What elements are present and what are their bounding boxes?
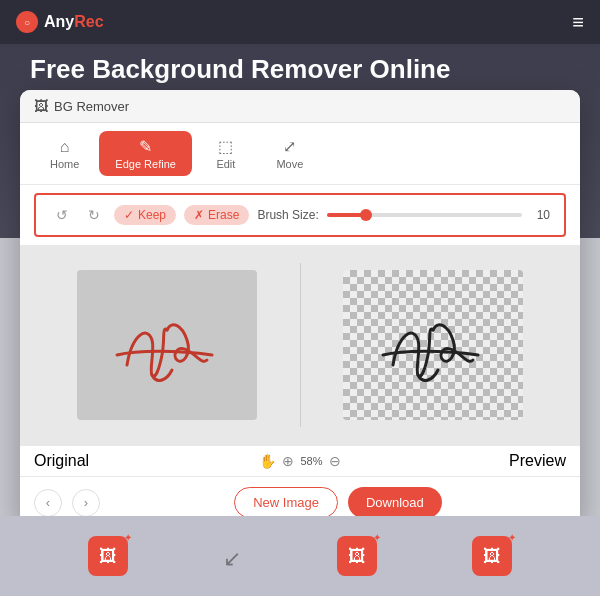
hand-tool-icon[interactable]: ✋ — [259, 453, 276, 469]
tab-edit-label: Edit — [216, 158, 235, 170]
modal-header-title: BG Remover — [54, 99, 129, 114]
download-button[interactable]: Download — [348, 487, 442, 518]
preview-image — [343, 270, 523, 420]
original-signature-svg — [97, 295, 237, 395]
prev-button[interactable]: ‹ — [34, 489, 62, 517]
hamburger-menu-icon[interactable]: ≡ — [572, 12, 584, 32]
logo-text: AnyRec — [44, 13, 104, 31]
action-buttons: New Image Download — [110, 487, 566, 518]
sparkle-icon-3: ✦ — [373, 532, 381, 543]
toolbar-tabs: ⌂ Home ✎ Edge Refine ⬚ Edit ⤢ Move — [20, 123, 580, 185]
brush-toolbar: ↺ ↻ ✓ Keep ✗ Erase Brush Size: 10 — [34, 193, 566, 237]
tab-move-label: Move — [276, 158, 303, 170]
sparkle-icon-4: ✦ — [508, 532, 516, 543]
tab-edge-refine[interactable]: ✎ Edge Refine — [99, 131, 192, 176]
keep-brush-icon: ✓ — [124, 208, 134, 222]
feature-icon-3: 🖼 ✦ — [337, 536, 377, 576]
next-button[interactable]: › — [72, 489, 100, 517]
feature-shape-1: 🖼 ✦ — [88, 536, 128, 576]
preview-signature-svg — [363, 295, 503, 395]
feature-icon-4: 🖼 ✦ — [472, 536, 512, 576]
sparkle-icon-1: ✦ — [124, 532, 132, 543]
home-icon: ⌂ — [60, 138, 70, 156]
top-navigation: ○ AnyRec ≡ — [0, 0, 600, 44]
arrow-down-icon: ↙ — [223, 546, 241, 571]
keep-brush-button[interactable]: ✓ Keep — [114, 205, 176, 225]
feature-icon-glyph-3: 🖼 — [348, 546, 366, 567]
feature-shape-4: 🖼 ✦ — [472, 536, 512, 576]
keep-brush-label: Keep — [138, 208, 166, 222]
tab-home[interactable]: ⌂ Home — [34, 132, 95, 176]
zoom-in-button[interactable]: ⊕ — [282, 453, 294, 469]
logo-area: ○ AnyRec — [16, 11, 104, 33]
logo-accent: Rec — [74, 13, 103, 30]
canvas-area — [20, 245, 580, 445]
redo-button[interactable]: ↻ — [82, 203, 106, 227]
zoom-value: 58% — [300, 455, 322, 467]
status-bar: Original ✋ ⊕ 58% ⊖ Preview — [20, 445, 580, 476]
preview-label: Preview — [509, 452, 566, 470]
brush-size-slider[interactable] — [327, 213, 522, 217]
new-image-button[interactable]: New Image — [234, 487, 338, 518]
erase-brush-icon: ✗ — [194, 208, 204, 222]
tab-edge-refine-label: Edge Refine — [115, 158, 176, 170]
feature-icon-1: 🖼 ✦ — [88, 536, 128, 576]
original-image — [77, 270, 257, 420]
preview-panel — [301, 253, 567, 437]
bg-remover-modal: 🖼 BG Remover ⌂ Home ✎ Edge Refine ⬚ Edit… — [20, 90, 580, 528]
zoom-out-button[interactable]: ⊖ — [329, 453, 341, 469]
page-title: Free Background Remover Online — [30, 54, 450, 85]
undo-button[interactable]: ↺ — [50, 203, 74, 227]
feature-icon-2: ↙ — [223, 539, 241, 573]
original-panel — [34, 253, 300, 437]
move-icon: ⤢ — [283, 137, 296, 156]
brush-size-value: 10 — [530, 208, 550, 222]
logo-icon: ○ — [16, 11, 38, 33]
slider-thumb[interactable] — [360, 209, 372, 221]
feature-icon-glyph-4: 🖼 — [483, 546, 501, 567]
tab-edit[interactable]: ⬚ Edit — [196, 131, 256, 176]
feature-icon-glyph-1: 🖼 — [99, 546, 117, 567]
brush-size-label: Brush Size: — [257, 208, 318, 222]
erase-brush-label: Erase — [208, 208, 239, 222]
modal-header: 🖼 BG Remover — [20, 90, 580, 123]
modal-header-icon: 🖼 — [34, 98, 48, 114]
tab-move[interactable]: ⤢ Move — [260, 131, 320, 176]
erase-brush-button[interactable]: ✗ Erase — [184, 205, 249, 225]
feature-shape-3: 🖼 ✦ — [337, 536, 377, 576]
bottom-features-section: 🖼 ✦ ↙ 🖼 ✦ 🖼 ✦ — [0, 516, 600, 596]
edit-icon: ⬚ — [218, 137, 233, 156]
tab-home-label: Home — [50, 158, 79, 170]
edge-refine-icon: ✎ — [139, 137, 152, 156]
brush-size-slider-container[interactable] — [327, 213, 522, 217]
